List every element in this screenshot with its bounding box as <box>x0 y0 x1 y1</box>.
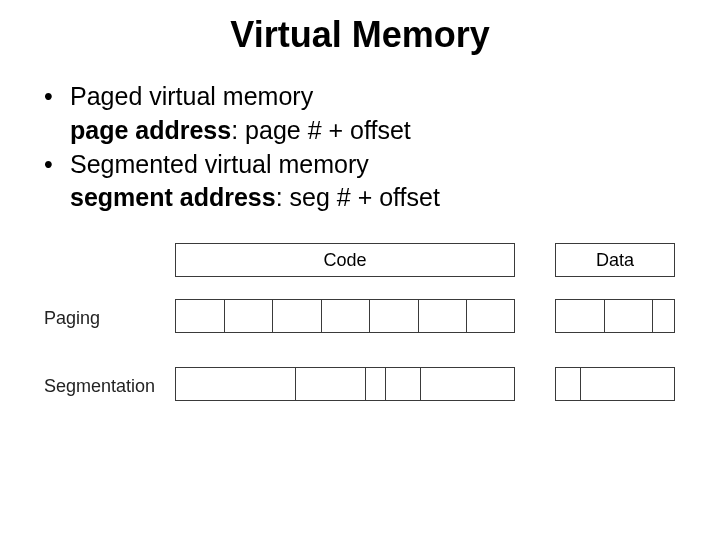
segment-address-label: segment address <box>70 183 276 211</box>
bullet-1-sub: page address: page # + offset <box>70 114 684 148</box>
segmentation-data-box <box>555 367 675 401</box>
bullet-1: • Paged virtual memory <box>44 80 684 114</box>
bullet-2: • Segmented virtual memory <box>44 148 684 182</box>
segmentation-code-box <box>175 367 515 401</box>
paging-data-box <box>555 299 675 333</box>
page-address-label: page address <box>70 116 231 144</box>
bullet-mark: • <box>44 80 70 114</box>
code-label: Code <box>176 250 514 271</box>
segment-address-rest: : seg # + offset <box>276 183 440 211</box>
bullet-2-sub: segment address: seg # + offset <box>70 181 684 215</box>
segmentation-row-label: Segmentation <box>44 376 155 397</box>
bullet-list: • Paged virtual memory page address: pag… <box>44 80 684 215</box>
page-address-rest: : page # + offset <box>231 116 411 144</box>
paging-row-label: Paging <box>44 308 100 329</box>
diagram: Code Data Paging Segmentation <box>0 243 720 463</box>
data-block: Data <box>555 243 675 277</box>
paging-code-box <box>175 299 515 333</box>
bullet-mark: • <box>44 148 70 182</box>
bullet-1-text: Paged virtual memory <box>70 80 313 114</box>
bullet-2-text: Segmented virtual memory <box>70 148 369 182</box>
page-title: Virtual Memory <box>0 14 720 56</box>
code-block: Code <box>175 243 515 277</box>
data-label: Data <box>556 250 674 271</box>
